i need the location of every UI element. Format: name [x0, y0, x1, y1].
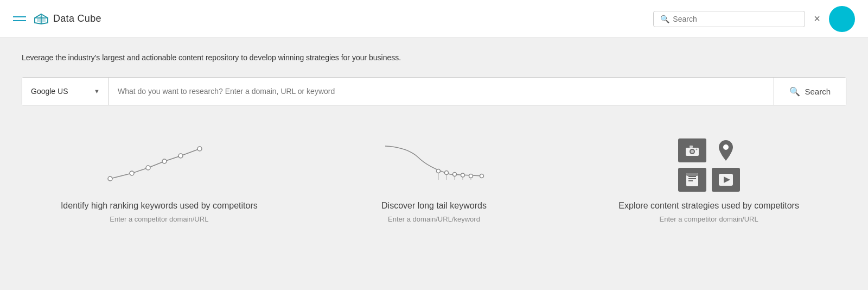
main-content: Leverage the industry's largest and acti… [0, 38, 868, 256]
hamburger-menu-button[interactable] [13, 16, 26, 21]
header-search-area: 🔍 × [653, 6, 855, 32]
svg-point-23 [691, 150, 694, 153]
feature-title-content-strategies: Explore content strategies used by compe… [618, 201, 799, 211]
svg-point-5 [130, 171, 134, 175]
main-search-input[interactable] [109, 78, 774, 105]
document-icon [678, 168, 706, 192]
logo-text: Data Cube [53, 13, 101, 24]
feature-illustration-long-tail [309, 138, 559, 192]
search-button-icon: 🔍 [789, 86, 800, 97]
media-icons-grid [678, 138, 740, 192]
feature-illustration-high-ranking [34, 138, 284, 192]
search-button[interactable]: 🔍 Search [774, 78, 846, 105]
location-pin-icon [712, 138, 740, 162]
search-button-label: Search [805, 87, 831, 96]
svg-point-4 [108, 176, 112, 181]
feature-card-content-strategies: Explore content strategies used by compe… [573, 133, 845, 234]
feature-subtitle-high-ranking: Enter a competitor domain/URL [110, 215, 208, 223]
svg-point-17 [452, 173, 456, 176]
svg-point-19 [469, 174, 473, 178]
svg-point-25 [695, 149, 697, 150]
feature-subtitle-long-tail: Enter a domain/URL/keyword [388, 215, 480, 223]
svg-rect-31 [686, 173, 698, 176]
region-selector[interactable]: Google US ▼ [22, 78, 109, 105]
svg-point-16 [444, 171, 448, 175]
trending-chart-icon [99, 141, 219, 190]
feature-title-long-tail: Discover long tail keywords [381, 201, 487, 211]
search-bar-container: Google US ▼ 🔍 Search [22, 77, 846, 105]
app-header: Data Cube 🔍 × [0, 0, 868, 38]
svg-point-6 [146, 166, 150, 170]
play-button-icon [712, 168, 740, 192]
camera-icon [678, 138, 706, 162]
region-selector-value: Google US [31, 87, 90, 96]
svg-point-9 [197, 147, 202, 151]
tagline: Leverage the industry's largest and acti… [22, 53, 846, 62]
svg-point-8 [178, 154, 183, 158]
logo-icon [34, 13, 49, 25]
header-search-input[interactable] [673, 15, 781, 23]
svg-point-15 [436, 169, 440, 173]
feature-card-long-tail: Discover long tail keywords Enter a doma… [298, 133, 570, 234]
feature-illustration-content-strategies [584, 138, 834, 192]
header-left: Data Cube [13, 13, 653, 25]
feature-subtitle-content-strategies: Enter a competitor domain/URL [660, 215, 758, 223]
feature-grid: Identify high ranking keywords used by c… [22, 133, 846, 234]
close-icon[interactable]: × [814, 12, 820, 25]
feature-title-high-ranking: Identify high ranking keywords used by c… [61, 201, 258, 211]
avatar[interactable] [829, 6, 855, 32]
svg-point-26 [723, 144, 729, 150]
header-search-box[interactable]: 🔍 [653, 11, 805, 27]
svg-rect-24 [690, 146, 693, 148]
chevron-down-icon: ▼ [94, 88, 100, 94]
svg-point-18 [461, 173, 464, 177]
svg-point-7 [162, 159, 167, 163]
logo-container: Data Cube [34, 13, 101, 25]
header-search-icon: 🔍 [660, 15, 669, 23]
feature-card-high-ranking: Identify high ranking keywords used by c… [23, 133, 295, 234]
long-tail-curve-icon [374, 141, 494, 190]
svg-point-20 [480, 174, 483, 178]
